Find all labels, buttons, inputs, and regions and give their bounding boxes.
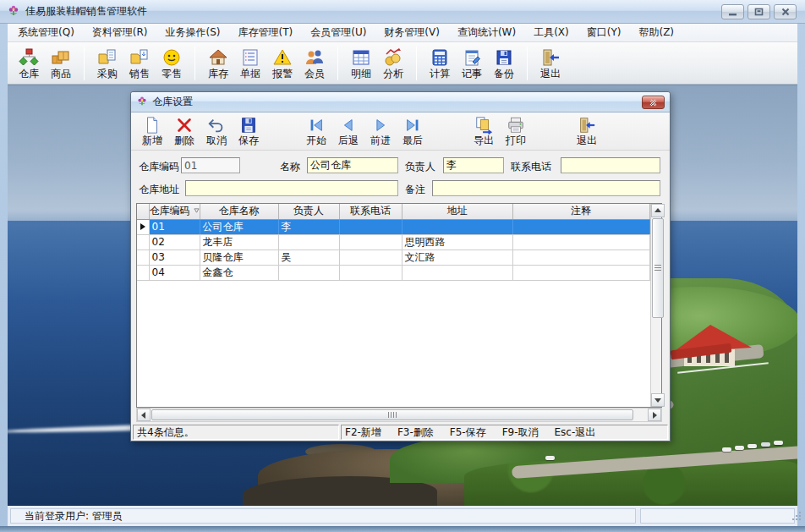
column-header-6[interactable]: 注释 bbox=[512, 204, 649, 219]
dialog-titlebar[interactable]: 仓库设置 bbox=[131, 92, 670, 112]
dialog-toolbar-button-save[interactable]: 保存 bbox=[233, 113, 265, 149]
record-count-panel: 共4条信息。 bbox=[133, 425, 339, 440]
column-header-1[interactable]: 仓库编码 bbox=[149, 204, 200, 219]
prev-icon bbox=[339, 116, 358, 134]
toolbar-button-notes[interactable]: 记事 bbox=[456, 44, 488, 83]
toolbar-button-inventory[interactable]: 库存 bbox=[202, 44, 234, 83]
horizontal-scroll-thumb[interactable] bbox=[151, 409, 633, 420]
scroll-left-button[interactable] bbox=[137, 409, 151, 421]
toolbar-button-label: 销售 bbox=[129, 69, 150, 80]
column-header-4[interactable]: 联系电话 bbox=[339, 204, 402, 219]
horizontal-scrollbar[interactable] bbox=[136, 408, 662, 422]
dialog-toolbar-button-print[interactable]: 打印 bbox=[500, 113, 532, 149]
cell: 李 bbox=[278, 219, 339, 234]
toolbar-button-warehouse[interactable]: 仓库 bbox=[13, 44, 45, 83]
hotkey-hint: F2-新增 bbox=[345, 425, 381, 440]
menu-item-6[interactable]: 财务管理(V) bbox=[377, 23, 446, 42]
menubar: 系统管理(Q)资料管理(R)业务操作(S)库存管理(T)会员管理(U)财务管理(… bbox=[8, 24, 797, 42]
alarm-icon bbox=[272, 47, 293, 68]
menu-item-5[interactable]: 会员管理(U) bbox=[304, 23, 373, 42]
sort-descending-icon bbox=[194, 204, 200, 216]
close-button[interactable] bbox=[774, 4, 797, 19]
toolbar-button-backup[interactable]: 备份 bbox=[488, 44, 520, 83]
toolbar-button-members[interactable]: 会员 bbox=[298, 44, 331, 83]
warehouse-grid: 仓库编码仓库名称负责人联系电话地址注释01公司仓库李02龙丰店思明西路03贝隆仓… bbox=[136, 203, 662, 408]
toolbar-button-analysis[interactable]: 分析 bbox=[377, 44, 409, 83]
restore-button[interactable] bbox=[748, 4, 770, 19]
dialog-toolbar-button-label: 新增 bbox=[142, 135, 162, 146]
toolbar-button-label: 库存 bbox=[208, 69, 228, 80]
window-bottom-border bbox=[0, 526, 805, 532]
column-header-5[interactable]: 地址 bbox=[402, 204, 512, 219]
toolbar-button-detail[interactable]: 明细 bbox=[345, 44, 377, 83]
manager-input[interactable] bbox=[443, 157, 504, 173]
dialog-toolbar-button-label: 导出 bbox=[474, 135, 494, 146]
dialog-toolbar-button-new[interactable]: 新增 bbox=[136, 113, 168, 149]
dialog-toolbar-button-label: 打印 bbox=[506, 135, 526, 146]
dialog-toolbar-button-export[interactable]: 导出 bbox=[468, 113, 500, 149]
dialog-toolbar-button-first[interactable]: 开始 bbox=[300, 113, 332, 149]
menu-item-1[interactable]: 系统管理(Q) bbox=[11, 23, 81, 42]
vertical-scroll-thumb[interactable] bbox=[652, 218, 664, 318]
menu-item-4[interactable]: 库存管理(T) bbox=[232, 23, 300, 42]
hotkeys-panel: F2-新增F3-删除F5-保存F9-取消Esc-退出 bbox=[341, 425, 668, 440]
scroll-down-button[interactable] bbox=[651, 393, 665, 407]
toolbar-button-label: 报警 bbox=[272, 69, 293, 80]
table-row[interactable]: 04金鑫仓 bbox=[137, 265, 649, 280]
toolbar-button-exit[interactable]: 退出 bbox=[534, 44, 567, 83]
scroll-up-button[interactable] bbox=[651, 204, 665, 217]
remark-input[interactable] bbox=[432, 180, 660, 196]
retail-icon bbox=[162, 47, 182, 68]
minimize-button[interactable] bbox=[721, 4, 744, 19]
dialog-toolbar-button-cancel[interactable]: 取消 bbox=[200, 113, 233, 149]
toolbar-button-documents[interactable]: 单据 bbox=[234, 44, 266, 83]
field-label: 联系电话 bbox=[511, 159, 551, 175]
toolbar-button-retail[interactable]: 零售 bbox=[156, 44, 188, 83]
save-icon bbox=[239, 116, 258, 134]
dialog-toolbar-button-prev[interactable]: 后退 bbox=[332, 113, 364, 149]
cell bbox=[339, 265, 402, 280]
toolbar-button-calculator[interactable]: 计算 bbox=[424, 44, 456, 83]
menu-item-3[interactable]: 业务操作(S) bbox=[159, 23, 227, 42]
menu-item-2[interactable]: 资料管理(R) bbox=[85, 23, 155, 42]
column-header-2[interactable]: 仓库名称 bbox=[200, 204, 278, 219]
address-input[interactable] bbox=[185, 180, 398, 196]
detail-icon bbox=[351, 47, 371, 68]
dialog-toolbar-button-next[interactable]: 前进 bbox=[364, 113, 397, 149]
toolbar-button-alarm[interactable]: 报警 bbox=[266, 44, 298, 83]
menu-item-8[interactable]: 工具(X) bbox=[527, 23, 576, 42]
field-label: 负责人 bbox=[405, 159, 435, 175]
toolbar-button-sales[interactable]: 销售 bbox=[123, 44, 156, 83]
warehouse-code-input[interactable] bbox=[181, 157, 240, 173]
cell bbox=[402, 219, 512, 234]
toolbar-button-purchase[interactable]: 采购 bbox=[91, 44, 123, 83]
toolbar-button-label: 采购 bbox=[97, 69, 118, 80]
table-row[interactable]: 02龙丰店思明西路 bbox=[137, 234, 649, 250]
dialog-toolbar-button-last[interactable]: 最后 bbox=[397, 113, 429, 149]
resize-grip[interactable] bbox=[791, 511, 802, 521]
warehouse-name-input[interactable] bbox=[307, 157, 398, 173]
dialog-title: 仓库设置 bbox=[152, 95, 193, 109]
dialog-toolbar-button-exit[interactable]: 退出 bbox=[571, 113, 603, 149]
photo-car bbox=[545, 456, 555, 460]
dialog-toolbar-button-label: 前进 bbox=[370, 135, 391, 146]
dialog-flower-icon bbox=[136, 95, 148, 109]
cell: 吴 bbox=[278, 250, 339, 265]
exit-icon bbox=[578, 116, 596, 134]
menu-item-10[interactable]: 帮助(Z) bbox=[632, 23, 681, 42]
vertical-scrollbar[interactable] bbox=[650, 204, 662, 407]
field-label: 备注 bbox=[405, 182, 425, 198]
scroll-right-button[interactable] bbox=[648, 409, 661, 421]
phone-input[interactable] bbox=[561, 157, 660, 173]
menu-item-9[interactable]: 窗口(Y) bbox=[580, 23, 628, 42]
menu-item-7[interactable]: 查询统计(W) bbox=[451, 23, 523, 42]
app-flower-icon bbox=[7, 3, 20, 19]
column-header-3[interactable]: 负责人 bbox=[278, 204, 339, 219]
dialog-toolbar-button-delete[interactable]: 删除 bbox=[168, 113, 200, 149]
toolbar-button-goods[interactable]: 商品 bbox=[45, 44, 77, 83]
hotkey-hint: F5-保存 bbox=[450, 425, 486, 440]
table-row[interactable]: 03贝隆仓库吴文汇路 bbox=[137, 250, 649, 265]
dialog-toolbar-button-label: 退出 bbox=[577, 135, 597, 146]
table-row[interactable]: 01公司仓库李 bbox=[137, 219, 649, 234]
dialog-close-button[interactable] bbox=[642, 96, 665, 109]
